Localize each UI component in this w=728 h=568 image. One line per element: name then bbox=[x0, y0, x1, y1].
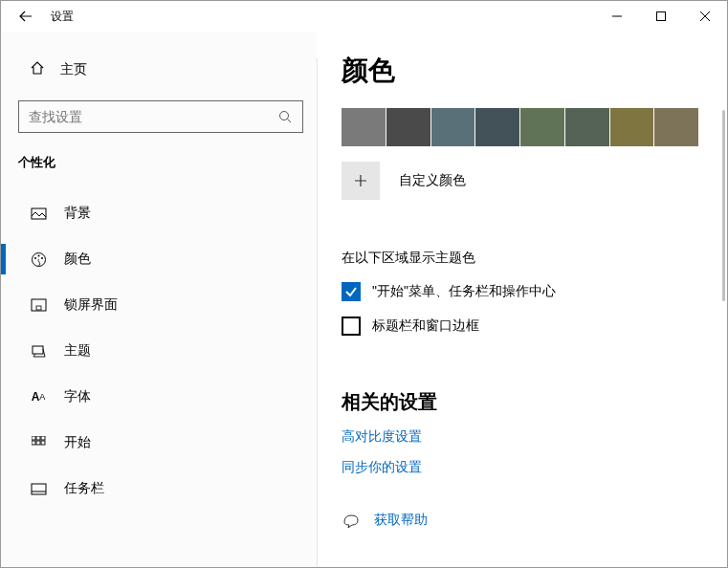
svg-rect-16 bbox=[32, 484, 46, 494]
titlebar: 设置 bbox=[1, 1, 727, 32]
minimize-button[interactable] bbox=[595, 1, 639, 32]
custom-color-row[interactable]: 自定义颜色 bbox=[342, 162, 698, 200]
custom-color-tile[interactable] bbox=[342, 162, 380, 200]
font-icon: AA bbox=[30, 388, 47, 405]
svg-rect-15 bbox=[41, 441, 45, 445]
sidebar-item-lockscreen[interactable]: 锁屏界面 bbox=[18, 286, 303, 324]
sidebar-item-background[interactable]: 背景 bbox=[18, 194, 303, 232]
nav-label: 颜色 bbox=[64, 251, 91, 268]
nav-label: 主题 bbox=[64, 342, 91, 360]
section-title: 个性化 bbox=[18, 154, 303, 171]
checkbox-titlebars[interactable]: 标题栏和窗口边框 bbox=[342, 317, 698, 336]
arrow-left-icon bbox=[19, 10, 33, 23]
svg-rect-7 bbox=[32, 299, 46, 311]
sidebar-item-themes[interactable]: 主题 bbox=[18, 332, 303, 370]
svg-rect-14 bbox=[36, 441, 40, 445]
color-swatches bbox=[342, 108, 698, 146]
link-sync-settings[interactable]: 同步你的设置 bbox=[342, 459, 698, 476]
nav-label: 任务栏 bbox=[64, 480, 104, 497]
sidebar-item-home[interactable]: 主页 bbox=[18, 51, 303, 89]
custom-color-label: 自定义颜色 bbox=[399, 172, 466, 189]
color-swatch[interactable] bbox=[342, 108, 386, 146]
palette-icon bbox=[30, 251, 47, 268]
nav-label: 锁屏界面 bbox=[64, 296, 118, 314]
sidebar: 主页 个性化 背景 颜色 锁屏界面 主题 bbox=[1, 32, 317, 567]
accent-heading: 在以下区域显示主题色 bbox=[342, 250, 698, 267]
checkbox-label: 标题栏和窗口边框 bbox=[372, 317, 479, 335]
window-title: 设置 bbox=[51, 9, 74, 25]
color-swatch[interactable] bbox=[431, 108, 475, 146]
main-content: 颜色 自定义颜色 在以下区域显示主题色 "开始"菜单、任务栏和操作中心 标题栏和… bbox=[317, 32, 727, 567]
image-icon bbox=[30, 205, 47, 222]
search-input[interactable] bbox=[29, 109, 278, 124]
sidebar-item-colors[interactable]: 颜色 bbox=[18, 240, 303, 278]
svg-rect-9 bbox=[33, 346, 43, 354]
sidebar-item-fonts[interactable]: AA 字体 bbox=[18, 378, 303, 416]
svg-rect-0 bbox=[657, 12, 666, 21]
nav-list: 背景 颜色 锁屏界面 主题 AA 字体 开始 bbox=[18, 194, 303, 508]
color-swatch[interactable] bbox=[520, 108, 564, 146]
close-icon bbox=[700, 11, 710, 21]
close-button[interactable] bbox=[683, 1, 727, 32]
search-icon bbox=[278, 110, 293, 124]
svg-point-5 bbox=[37, 254, 39, 256]
svg-rect-13 bbox=[32, 441, 35, 445]
sidebar-item-start[interactable]: 开始 bbox=[18, 424, 303, 462]
svg-point-6 bbox=[41, 257, 43, 259]
color-swatch[interactable] bbox=[475, 108, 519, 146]
help-row[interactable]: 获取帮助 bbox=[342, 511, 698, 530]
svg-point-1 bbox=[280, 111, 289, 120]
sidebar-item-taskbar[interactable]: 任务栏 bbox=[18, 470, 303, 508]
color-swatch[interactable] bbox=[654, 108, 698, 146]
start-icon bbox=[30, 434, 47, 451]
related-heading: 相关的设置 bbox=[342, 389, 698, 415]
svg-rect-10 bbox=[32, 436, 35, 440]
svg-rect-11 bbox=[36, 436, 40, 440]
home-icon bbox=[30, 60, 45, 79]
lockscreen-icon bbox=[30, 296, 47, 314]
checkbox-icon[interactable] bbox=[342, 282, 361, 301]
plus-icon bbox=[353, 173, 368, 188]
checkmark-icon bbox=[344, 285, 358, 298]
scrollbar[interactable] bbox=[722, 110, 725, 301]
color-swatch[interactable] bbox=[610, 108, 654, 146]
nav-label: 开始 bbox=[64, 434, 91, 451]
svg-rect-12 bbox=[41, 436, 45, 440]
back-button[interactable] bbox=[12, 3, 39, 30]
theme-icon bbox=[30, 342, 47, 360]
checkbox-label: "开始"菜单、任务栏和操作中心 bbox=[372, 283, 556, 300]
taskbar-icon bbox=[30, 480, 47, 497]
maximize-button[interactable] bbox=[639, 1, 683, 32]
checkbox-start-taskbar[interactable]: "开始"菜单、任务栏和操作中心 bbox=[342, 282, 698, 301]
nav-label: 背景 bbox=[64, 205, 91, 222]
help-icon bbox=[342, 511, 361, 530]
color-swatch[interactable] bbox=[565, 108, 609, 146]
svg-rect-8 bbox=[36, 306, 41, 310]
link-high-contrast[interactable]: 高对比度设置 bbox=[342, 428, 698, 446]
help-link[interactable]: 获取帮助 bbox=[374, 512, 428, 529]
search-box[interactable] bbox=[18, 100, 303, 133]
window-controls bbox=[595, 1, 727, 32]
home-label: 主页 bbox=[60, 61, 87, 78]
nav-label: 字体 bbox=[64, 388, 91, 405]
minimize-icon bbox=[612, 11, 622, 21]
svg-point-4 bbox=[34, 257, 36, 259]
maximize-icon bbox=[656, 11, 666, 21]
checkbox-icon[interactable] bbox=[342, 317, 361, 336]
color-swatch[interactable] bbox=[386, 108, 430, 146]
page-title: 颜色 bbox=[342, 53, 698, 89]
